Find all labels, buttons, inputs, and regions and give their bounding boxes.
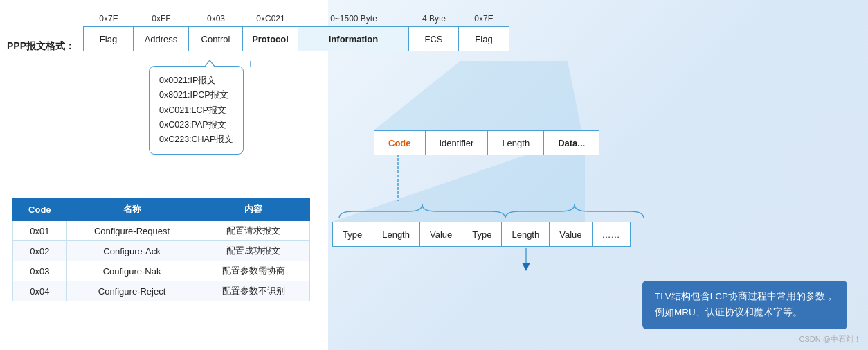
code-table-body: 0x01 Configure-Request 配置请求报文 0x02 Confi… bbox=[13, 221, 310, 301]
col-code: Code bbox=[13, 198, 67, 221]
table-row: 0x04 Configure-Reject 配置参数不识别 bbox=[13, 281, 310, 301]
row4-name: Configure-Reject bbox=[66, 281, 197, 301]
protocol-type-3: 0xC023:PAP报文 bbox=[159, 118, 233, 132]
row3-name: Configure-Nak bbox=[66, 261, 197, 281]
lcp-length: Length bbox=[488, 131, 544, 155]
tlv-length2: Length bbox=[502, 222, 550, 246]
frame-row: Flag Address Control Protocol Informatio… bbox=[83, 26, 509, 51]
svg-marker-1 bbox=[332, 154, 585, 222]
lcp-data: Data... bbox=[544, 131, 599, 155]
watermark: CSDN @中石刘！ bbox=[799, 334, 861, 344]
field-address: Address bbox=[134, 27, 189, 51]
code-table: Code 名称 内容 0x01 Configure-Request 配置请求报文… bbox=[12, 198, 310, 301]
lcp-code: Code bbox=[374, 131, 426, 155]
protocol-type-4: 0xC223:CHAP报文 bbox=[159, 132, 233, 147]
tlv-frame: Type Length Value Type Length Value …… bbox=[332, 222, 631, 247]
tlv-value1: Value bbox=[420, 222, 462, 246]
table-row: 0x02 Configure-Ack 配置成功报文 bbox=[13, 241, 310, 261]
field-information: Information bbox=[298, 27, 409, 51]
hex-protocol: 0xC021 bbox=[243, 14, 298, 24]
protocol-type-0: 0x0021:IP报文 bbox=[159, 73, 233, 88]
tlv-type1: Type bbox=[333, 222, 372, 246]
tlv-note-line1: TLV结构包含LCP协商过程中常用的参数， bbox=[655, 291, 835, 301]
hex-row: 0x7E 0xFF 0x03 0xC021 0~1500 Byte 4 Byte… bbox=[84, 14, 509, 24]
row3-code: 0x03 bbox=[13, 261, 67, 281]
tlv-note-line2: 例如MRU、认证协议和魔术字等。 bbox=[655, 307, 802, 317]
protocol-bubble: 0x0021:IP报文 0x8021:IPCP报文 0xC021:LCP报文 0… bbox=[149, 66, 244, 155]
row1-content: 配置请求报文 bbox=[197, 221, 310, 241]
main-container: PPP报文格式： 0x7E 0xFF 0x03 0xC021 0~1500 By… bbox=[0, 0, 868, 350]
tlv-container: Type Length Value Type Length Value …… bbox=[332, 222, 631, 247]
hex-control: 0x03 bbox=[189, 14, 243, 24]
code-table-header-row: Code 名称 内容 bbox=[13, 198, 310, 221]
field-control: Control bbox=[189, 27, 243, 51]
field-flag2: Flag bbox=[459, 27, 509, 51]
row2-name: Configure-Ack bbox=[66, 241, 197, 261]
field-flag: Flag bbox=[84, 27, 134, 51]
ppp-frame: 0x7E 0xFF 0x03 0xC021 0~1500 Byte 4 Byte… bbox=[83, 14, 509, 51]
row1-name: Configure-Request bbox=[66, 221, 197, 241]
protocol-type-2: 0xC021:LCP报文 bbox=[159, 103, 233, 118]
lcp-identifier: Identifier bbox=[426, 131, 489, 155]
svg-marker-0 bbox=[374, 61, 581, 130]
hex-flag2: 0x7E bbox=[459, 14, 509, 24]
row1-code: 0x01 bbox=[13, 221, 67, 241]
tlv-length1: Length bbox=[372, 222, 420, 246]
row3-content: 配置参数需协商 bbox=[197, 261, 310, 281]
col-name: 名称 bbox=[66, 198, 197, 221]
table-row: 0x01 Configure-Request 配置请求报文 bbox=[13, 221, 310, 241]
row2-code: 0x02 bbox=[13, 241, 67, 261]
row4-code: 0x04 bbox=[13, 281, 67, 301]
hex-flag: 0x7E bbox=[84, 14, 134, 24]
ppp-label: PPP报文格式： bbox=[7, 40, 75, 53]
row2-content: 配置成功报文 bbox=[197, 241, 310, 261]
hex-fcs: 4 Byte bbox=[409, 14, 459, 24]
tlv-type2: Type bbox=[462, 222, 502, 246]
protocol-type-1: 0x8021:IPCP报文 bbox=[159, 88, 233, 103]
hex-info: 0~1500 Byte bbox=[298, 14, 409, 24]
hex-address: 0xFF bbox=[134, 14, 189, 24]
row4-content: 配置参数不识别 bbox=[197, 281, 310, 301]
lcp-frame-container: Code Identifier Length Data... bbox=[374, 130, 599, 155]
code-table-header: Code 名称 内容 bbox=[13, 198, 310, 221]
col-content: 内容 bbox=[197, 198, 310, 221]
tlv-ellipsis: …… bbox=[593, 222, 630, 246]
tlv-value2: Value bbox=[550, 222, 592, 246]
lcp-frame: Code Identifier Length Data... bbox=[374, 130, 599, 155]
field-fcs: FCS bbox=[409, 27, 459, 51]
table-row: 0x03 Configure-Nak 配置参数需协商 bbox=[13, 261, 310, 281]
tlv-note: TLV结构包含LCP协商过程中常用的参数， 例如MRU、认证协议和魔术字等。 bbox=[642, 281, 847, 329]
field-protocol: Protocol bbox=[243, 27, 298, 51]
